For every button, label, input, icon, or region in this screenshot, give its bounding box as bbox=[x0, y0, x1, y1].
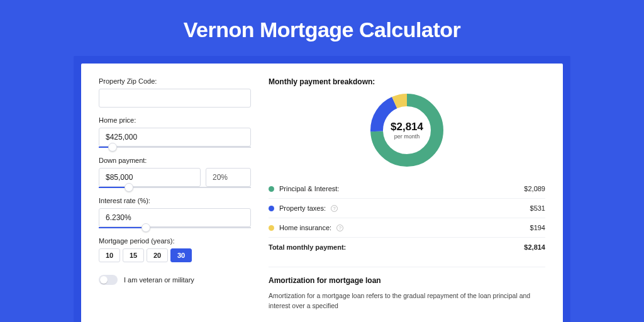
zip-input[interactable] bbox=[99, 89, 251, 108]
inputs-column: Property Zip Code: Home price: Down paym… bbox=[99, 77, 251, 311]
mortgage-period-option[interactable]: 30 bbox=[170, 248, 192, 262]
mortgage-period-options: 10152030 bbox=[99, 248, 251, 262]
zip-label: Property Zip Code: bbox=[99, 77, 251, 85]
calculator-panel: Property Zip Code: Home price: Down paym… bbox=[81, 64, 563, 322]
home-price-slider[interactable] bbox=[99, 147, 251, 148]
home-price-input[interactable] bbox=[99, 128, 251, 147]
amortization-section: Amortization for mortgage loan Amortizat… bbox=[269, 267, 545, 311]
mortgage-period-label: Mortgage period (years): bbox=[99, 237, 251, 245]
legend-total-label: Total monthly payment: bbox=[269, 243, 346, 251]
legend-label: Property taxes: bbox=[279, 204, 326, 212]
mortgage-period-field: Mortgage period (years): 10152030 bbox=[99, 237, 251, 262]
donut-center: $2,814 per month bbox=[369, 92, 445, 168]
page-title: Vernon Mortgage Calculator bbox=[184, 18, 460, 42]
legend-value: $531 bbox=[530, 204, 545, 212]
breakdown-title: Monthly payment breakdown: bbox=[269, 77, 545, 86]
down-payment-amount-input[interactable] bbox=[99, 168, 201, 187]
down-payment-percent-input[interactable] bbox=[206, 168, 251, 187]
legend-row: Home insurance:?$194 bbox=[269, 218, 545, 237]
home-price-label: Home price: bbox=[99, 116, 251, 124]
legend-label: Principal & Interest: bbox=[279, 185, 339, 192]
legend-total-row: Total monthly payment:$2,814 bbox=[269, 237, 545, 257]
legend-row: Principal & Interest:$2,089 bbox=[269, 179, 545, 198]
legend-label: Home insurance: bbox=[279, 224, 331, 231]
home-price-field: Home price: bbox=[99, 116, 251, 148]
home-price-slider-thumb[interactable] bbox=[108, 143, 117, 152]
breakdown-legend: Principal & Interest:$2,089Property taxe… bbox=[269, 179, 545, 257]
mortgage-period-option[interactable]: 10 bbox=[99, 248, 120, 262]
breakdown-donut-chart: $2,814 per month bbox=[269, 92, 545, 168]
down-payment-label: Down payment: bbox=[99, 157, 251, 164]
donut-center-value: $2,814 bbox=[391, 121, 423, 133]
interest-rate-field: Interest rate (%): bbox=[99, 197, 251, 228]
calculator-panel-frame: Property Zip Code: Home price: Down paym… bbox=[74, 56, 570, 322]
amortization-title: Amortization for mortgage loan bbox=[269, 276, 545, 285]
veteran-toggle-knob bbox=[100, 276, 108, 284]
legend-dot-icon bbox=[269, 186, 274, 192]
down-payment-slider[interactable] bbox=[99, 187, 251, 188]
interest-rate-slider-thumb[interactable] bbox=[142, 223, 150, 232]
interest-rate-slider[interactable] bbox=[99, 227, 251, 228]
veteran-toggle-label: I am veteran or military bbox=[124, 276, 194, 284]
veteran-toggle-row: I am veteran or military bbox=[99, 275, 251, 285]
donut-center-sub: per month bbox=[394, 133, 420, 140]
mortgage-period-option[interactable]: 15 bbox=[123, 248, 144, 262]
interest-rate-input[interactable] bbox=[99, 208, 251, 227]
legend-dot-icon bbox=[269, 206, 274, 211]
legend-value: $2,089 bbox=[524, 185, 545, 192]
down-payment-slider-thumb[interactable] bbox=[125, 183, 133, 192]
info-icon[interactable]: ? bbox=[331, 205, 338, 212]
info-icon[interactable]: ? bbox=[336, 225, 343, 231]
breakdown-column: Monthly payment breakdown: $2,814 per mo… bbox=[269, 77, 545, 311]
mortgage-period-option[interactable]: 20 bbox=[147, 248, 168, 262]
interest-rate-label: Interest rate (%): bbox=[99, 197, 251, 204]
amortization-text: Amortization for a mortgage loan refers … bbox=[269, 291, 545, 311]
legend-dot-icon bbox=[269, 225, 274, 231]
legend-total-value: $2,814 bbox=[524, 243, 545, 251]
down-payment-field: Down payment: bbox=[99, 157, 251, 188]
legend-value: $194 bbox=[530, 224, 545, 231]
veteran-toggle[interactable] bbox=[99, 275, 118, 285]
zip-field: Property Zip Code: bbox=[99, 77, 251, 108]
legend-row: Property taxes:?$531 bbox=[269, 198, 545, 218]
